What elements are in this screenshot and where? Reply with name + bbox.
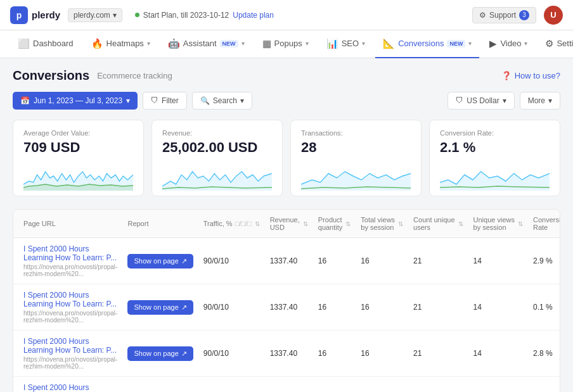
assistant-icon: 🤖	[168, 38, 180, 49]
table-row: I Spent 2000 Hours Learning How To Learn…	[13, 331, 560, 377]
cell-count-unique-0: 21	[408, 238, 468, 284]
plan-text: Start Plan, till 2023-10-12	[143, 11, 229, 20]
nav-label-dashboard: Dashboard	[33, 39, 74, 48]
cell-page-url-3: I Spent 2000 Hours Learning How To Learn…	[13, 377, 122, 393]
nav-item-heatmaps[interactable]: 🔥 Heatmaps ▾	[84, 30, 158, 58]
cell-page-url-0: I Spent 2000 Hours Learning How To Learn…	[13, 238, 122, 284]
support-label: Support	[489, 11, 516, 20]
cell-product-qty-0: 16	[313, 238, 356, 284]
support-button[interactable]: ⚙ Support 3	[472, 7, 536, 23]
how-to-use-link[interactable]: ❓ How to use?	[501, 71, 560, 80]
sort-icon[interactable]: ⇅	[398, 220, 403, 227]
filter-button[interactable]: ⛉ Filter	[143, 92, 187, 110]
cell-total-views-1: 16	[356, 284, 408, 331]
currency-selector[interactable]: ⛉ US Dollar ▾	[447, 92, 514, 110]
video-icon: ▶	[489, 38, 497, 49]
cell-traffic-0: 90/0/10	[198, 238, 265, 284]
cell-conv-rate-2: 2.8 %	[528, 331, 560, 377]
cell-unique-views-0: 14	[468, 238, 528, 284]
cell-total-views-0: 16	[356, 238, 408, 284]
mini-chart-3	[440, 162, 550, 191]
cell-revenue-1: 1337.40	[265, 284, 313, 331]
stat-cards: Average Order Value: 709 USD Revenue: 25…	[13, 120, 560, 196]
dashboard-icon: ⬜	[18, 38, 30, 49]
heatmaps-icon: 🔥	[91, 38, 103, 49]
mini-chart-0	[23, 162, 133, 191]
cell-count-unique-2: 21	[408, 331, 468, 377]
chevron-down-icon: ▾	[306, 40, 309, 47]
chevron-down-icon: ▾	[241, 40, 245, 47]
cell-unique-views-3: 14	[468, 377, 528, 393]
chevron-down-icon: ▾	[126, 96, 130, 105]
search-label: Search	[213, 96, 237, 105]
th-product-qty: Productquantity ⇅	[313, 210, 356, 238]
cell-product-qty-1: 16	[313, 284, 356, 331]
stat-card-avg-order: Average Order Value: 709 USD	[13, 120, 144, 196]
svg-marker-4	[440, 172, 550, 191]
sort-icon[interactable]: ⇅	[458, 220, 463, 227]
logo[interactable]: p plerdy	[10, 6, 60, 24]
seo-icon: 📊	[326, 38, 338, 49]
nav-item-dashboard[interactable]: ⬜ Dashboard	[10, 30, 81, 58]
nav-item-video[interactable]: ▶ Video ▾	[482, 30, 535, 58]
table-row: I Spent 2000 Hours Learning How To Learn…	[13, 284, 560, 331]
page-title: Conversions	[13, 68, 89, 83]
page-header: Conversions Ecommerce tracking ❓ How to …	[13, 68, 560, 83]
cell-traffic-1: 90/0/10	[198, 284, 265, 331]
cell-page-url-1: I Spent 2000 Hours Learning How To Learn…	[13, 284, 122, 331]
page-link-3[interactable]: I Spent 2000 Hours Learning How To Learn…	[23, 383, 117, 392]
nav-item-conversions[interactable]: 📐 Conversions NEW ▾	[375, 30, 479, 58]
more-button[interactable]: More ▾	[520, 92, 560, 110]
cell-revenue-0: 1337.40	[265, 238, 313, 284]
filter-right: ⛉ US Dollar ▾ More ▾	[447, 92, 560, 110]
search-button[interactable]: 🔍 Search ▾	[192, 92, 252, 110]
avatar[interactable]: U	[544, 6, 563, 25]
domain-selector[interactable]: plerdy.com ▾	[68, 8, 122, 22]
sort-icon[interactable]: ⇅	[255, 220, 260, 227]
page-link-0[interactable]: I Spent 2000 Hours Learning How To Learn…	[23, 244, 117, 262]
filter-label: Filter	[162, 96, 179, 105]
sort-icon[interactable]: ⇅	[303, 220, 308, 227]
cell-report-3: Show on page ↗	[122, 377, 198, 393]
page-link-2[interactable]: I Spent 2000 Hours Learning How To Learn…	[23, 337, 117, 355]
more-label: More	[528, 96, 545, 105]
nav-label-popups: Popups	[274, 39, 302, 48]
external-link-icon: ↗	[181, 257, 187, 265]
nav-item-assistant[interactable]: 🤖 Assistant NEW ▾	[160, 30, 252, 58]
stat-card-transactions: Transactions: 28	[290, 120, 422, 196]
plan-info: Start Plan, till 2023-10-12 Update plan	[135, 11, 274, 20]
cell-page-url-2: I Spent 2000 Hours Learning How To Learn…	[13, 331, 122, 377]
chevron-down-icon: ▾	[113, 11, 117, 20]
nav-label-seo: SEO	[342, 39, 359, 48]
sort-icon[interactable]: ⇅	[345, 220, 351, 227]
mini-chart-1	[162, 162, 272, 191]
stat-label-0: Average Order Value:	[23, 129, 133, 137]
nav-item-settings[interactable]: ⚙ Settings ▾	[538, 30, 573, 58]
cell-report-1: Show on page ↗	[122, 284, 198, 331]
date-range-button[interactable]: 📅 Jun 1, 2023 — Jul 3, 2023 ▾	[13, 92, 138, 110]
show-page-button-2[interactable]: Show on page ↗	[127, 346, 193, 361]
main-navbar: ⬜ Dashboard 🔥 Heatmaps ▾ 🤖 Assistant NEW…	[0, 30, 573, 58]
chevron-down-icon: ▾	[468, 40, 472, 47]
update-plan-link[interactable]: Update plan	[233, 11, 274, 20]
domain-text: plerdy.com	[74, 11, 110, 20]
show-page-button-0[interactable]: Show on page ↗	[127, 254, 193, 269]
page-url-sub-2: https://novena.pro/novosti/propal-rezhim…	[23, 356, 117, 370]
table-row: I Spent 2000 Hours Learning How To Learn…	[13, 377, 560, 393]
nav-item-seo[interactable]: 📊 SEO ▾	[319, 30, 373, 58]
logo-text: plerdy	[32, 9, 60, 20]
nav-label-heatmaps: Heatmaps	[106, 39, 144, 48]
data-table: Page URL Report Traffic, % □/□/□ ⇅	[13, 209, 560, 392]
question-icon: ❓	[501, 71, 512, 80]
chevron-down-icon: ▾	[524, 40, 527, 47]
nav-item-popups[interactable]: ▦ Popups ▾	[255, 30, 316, 58]
cell-product-qty-3: 16	[313, 377, 356, 393]
th-revenue: Revenue,USD ⇅	[265, 210, 313, 238]
page-link-1[interactable]: I Spent 2000 Hours Learning How To Learn…	[23, 291, 117, 308]
stat-card-conv-rate: Conversion Rate: 2.1 %	[429, 120, 560, 196]
sort-icon[interactable]: ⇅	[518, 220, 523, 227]
cell-revenue-2: 1337.40	[265, 331, 313, 377]
chevron-down-icon: ▾	[240, 96, 244, 105]
page-subtitle: Ecommerce tracking	[97, 71, 172, 80]
show-page-button-1[interactable]: Show on page ↗	[127, 300, 193, 315]
